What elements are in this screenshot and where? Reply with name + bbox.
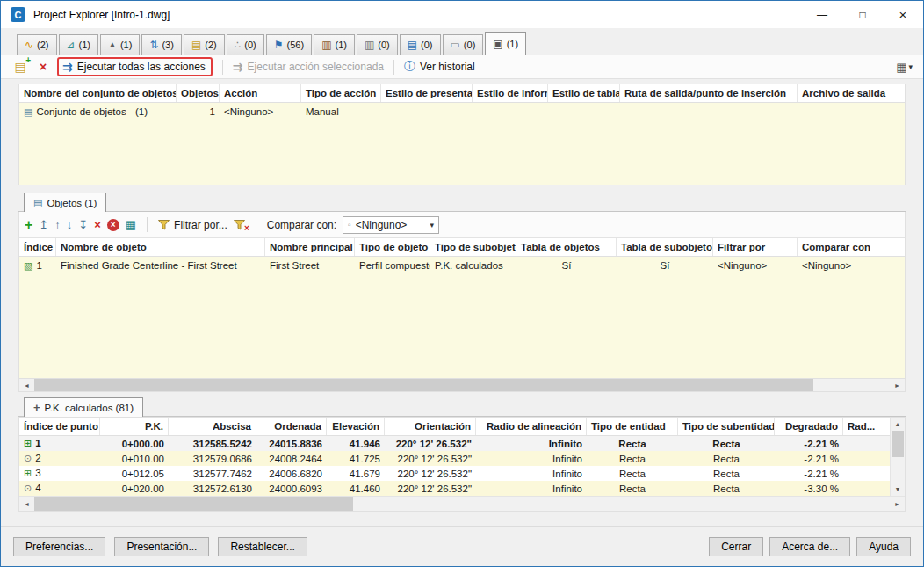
table-style-button[interactable]: ▦ (126, 219, 136, 230)
scroll-down-icon[interactable]: ▼ (891, 483, 905, 496)
col-grade[interactable]: Degradado (775, 418, 843, 435)
tab-structures[interactable]: ▥(0) (357, 34, 398, 55)
help-button[interactable]: Ayuda (856, 537, 911, 556)
app-logo-icon: C (11, 7, 25, 22)
reset-button[interactable]: Restablecer... (218, 537, 307, 556)
col-compare-with[interactable]: Comparar con (798, 238, 905, 256)
col-set-name[interactable]: Nombre del conjunto de objetos (19, 84, 177, 102)
col-bearing[interactable]: Orientación (385, 418, 476, 435)
col-entity-type[interactable]: Tipo de entidad (587, 418, 678, 435)
filter-by-button[interactable]: Filtrar por... (158, 219, 227, 231)
object-set-row[interactable]: ▤Conjunto de objetos - (1) 1 <Ninguno> M… (19, 103, 905, 120)
tab-object-sets[interactable]: ▣(1) (485, 32, 526, 55)
maximize-button[interactable]: □ (842, 1, 883, 28)
scrollbar-track[interactable] (353, 497, 890, 511)
col-output-path[interactable]: Ruta de salida/punto de inserción (620, 84, 798, 102)
col-northing[interactable]: Ordenada (256, 418, 327, 435)
col-truncated[interactable]: Rad... (843, 418, 890, 435)
tab-profiles[interactable]: ⊿(1) (59, 34, 99, 55)
column-options-button[interactable]: ▦ ▾ (896, 61, 913, 74)
stations-vertical-scrollbar[interactable]: ▲ ▼ (890, 418, 905, 496)
clear-filter-button[interactable]: × (234, 220, 245, 230)
scroll-up-icon[interactable]: ▲ (891, 418, 905, 431)
scroll-right-icon[interactable]: ► (890, 497, 905, 511)
col-objects[interactable]: Objetos (177, 84, 220, 102)
col-station[interactable]: P.K. (100, 418, 169, 435)
col-subobject-table[interactable]: Tabla de subobjetos (617, 238, 713, 256)
station-row[interactable]: ⊞3 0+012.05 312577.7462 24006.6820 41.67… (19, 466, 890, 481)
scrollbar-thumb[interactable] (34, 497, 353, 511)
new-action-set-button[interactable]: ▤+ (11, 58, 29, 76)
add-object-button[interactable]: + (25, 218, 32, 232)
grade-cell: -2.21 % (775, 467, 843, 481)
view-history-button[interactable]: ⓘ Ver historial (404, 59, 475, 75)
tab-objects[interactable]: ▤ Objetos (1) (24, 193, 106, 212)
col-action-type[interactable]: Tipo de acción (301, 84, 381, 102)
col-action[interactable]: Acción (220, 84, 301, 102)
objects-horizontal-scrollbar[interactable]: ◄ ► (18, 379, 906, 392)
remove-all-objects-button[interactable]: × (107, 219, 119, 231)
col-subentity-type[interactable]: Tipo de subentidad (678, 418, 775, 435)
col-index[interactable]: Índice (19, 238, 56, 256)
col-report-style[interactable]: Estilo de informe (473, 84, 548, 102)
station-cell: 0+000.00 (100, 437, 169, 451)
scroll-left-icon[interactable]: ◄ (19, 379, 34, 391)
tab-sample-lines[interactable]: ⇅(3) (141, 34, 182, 55)
scroll-left-icon[interactable]: ◄ (19, 497, 34, 511)
station-row[interactable]: ⊞1 0+000.00 312585.5242 24015.8836 41.94… (19, 436, 890, 451)
move-down-button[interactable]: ↓ (67, 219, 73, 230)
station-row[interactable]: ⊙4 0+020.00 312572.6130 24000.6093 41.46… (19, 481, 890, 496)
close-button[interactable]: × (883, 1, 923, 28)
minimize-button[interactable]: — (802, 1, 842, 28)
about-button[interactable]: Acerca de... (769, 537, 850, 556)
col-point-index[interactable]: Índice de punto (19, 418, 100, 435)
none-icon: ▫ (348, 220, 351, 229)
tab-count: (0) (464, 40, 475, 50)
scrollbar-track[interactable] (891, 457, 905, 483)
tab-points[interactable]: ∴(0) (227, 34, 264, 55)
move-up-button[interactable]: ↑ (54, 219, 61, 230)
stations-horizontal-scrollbar[interactable]: ◄ ► (19, 496, 905, 511)
compare-with-dropdown[interactable]: ▫ <Ninguno> ▾ (343, 216, 439, 234)
run-all-icon: ⇉ (62, 60, 73, 74)
corridors-icon: ▤ (191, 40, 201, 50)
move-bottom-button[interactable]: ↧ (78, 219, 88, 230)
scrollbar-thumb[interactable] (892, 431, 904, 457)
tab-pipe-networks[interactable]: ▥(1) (314, 34, 355, 55)
tab-computed-stations[interactable]: + P.K. calculados (81) (24, 397, 143, 417)
col-elevation[interactable]: Elevación (327, 418, 385, 435)
elevation-cell: 41.460 (327, 482, 385, 496)
scrollbar-track[interactable] (813, 379, 890, 391)
layout-button[interactable]: Presentación... (114, 537, 209, 556)
scrollbar-thumb[interactable] (34, 379, 813, 391)
tab-point-groups[interactable]: ⚑(56) (266, 34, 312, 55)
col-object-name[interactable]: Nombre de objeto (56, 238, 265, 256)
col-presentation-style[interactable]: Estilo de presentación (381, 84, 473, 102)
col-parent-name[interactable]: Nombre principal (265, 238, 355, 256)
tab-pressure-networks[interactable]: ▤(0) (400, 34, 441, 55)
tab-alignments[interactable]: ∿(2) (17, 34, 57, 55)
delete-action-set-button[interactable]: × (34, 58, 52, 76)
preferences-button[interactable]: Preferencias... (13, 537, 105, 556)
remove-object-button[interactable]: × (94, 219, 101, 230)
col-object-type[interactable]: Tipo de objeto (355, 238, 430, 256)
footer-right-buttons: Cerrar Acerca de... Ayuda (709, 537, 911, 556)
tab-corridors[interactable]: ▤(2) (184, 34, 225, 55)
object-row[interactable]: ▧1 Finished Grade Centerline - First Str… (19, 257, 905, 274)
execute-selected-action-button[interactable]: ⇉ Ejecutar acción seleccionada (233, 60, 384, 74)
execute-all-actions-button[interactable]: ⇉ Ejecutar todas las acciones (62, 60, 206, 74)
easting-cell: 312572.6130 (169, 482, 256, 496)
col-object-table[interactable]: Tabla de objetos (516, 238, 617, 256)
tab-annotations[interactable]: ▭(0) (443, 34, 484, 55)
col-alignment-radius[interactable]: Radio de alineación (476, 418, 587, 435)
col-table-style[interactable]: Estilo de tabla (548, 84, 620, 102)
col-subobject-type[interactable]: Tipo de subobjeto (430, 238, 516, 256)
col-output-file[interactable]: Archivo de salida (798, 84, 905, 102)
move-top-button[interactable]: ↥ (39, 219, 48, 230)
scroll-right-icon[interactable]: ► (890, 379, 905, 391)
station-row[interactable]: ⊙2 0+010.00 312579.0686 24008.2464 41.72… (19, 451, 890, 466)
close-dialog-button[interactable]: Cerrar (709, 537, 763, 556)
col-easting[interactable]: Abscisa (169, 418, 256, 435)
col-filter-by[interactable]: Filtrar por (713, 238, 798, 256)
tab-surfaces[interactable]: ▲(1) (100, 34, 140, 55)
